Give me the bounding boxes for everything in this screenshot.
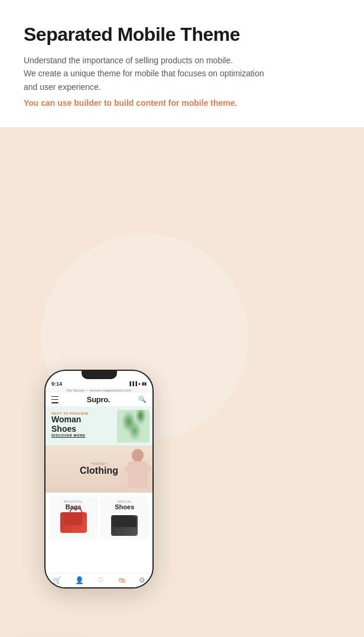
svg-rect-1 (128, 461, 148, 488)
description-line1: Understand the importance of selling pro… (24, 54, 340, 93)
highlight-text: You can use builder to build content for… (24, 97, 340, 109)
page-title: Separated Mobile Theme (24, 24, 340, 46)
menu-icon-1[interactable] (51, 396, 58, 403)
shoe-shape (113, 515, 136, 527)
svg-point-2 (124, 466, 134, 472)
user-tab-icon[interactable]: 👤 (75, 576, 84, 584)
status-bar-1: 9:14 ▐▐▐ ● ▮▮ (46, 379, 152, 388)
clothing-section-1: TRENDY Clothing (46, 445, 152, 493)
banner-image-1 (117, 410, 150, 442)
bag-tab-icon[interactable]: 🛍 (118, 576, 125, 584)
bag-image (60, 512, 87, 533)
bag-shape (64, 512, 82, 525)
phone-mockup-1: 9:14 ▐▐▐ ● ▮▮ Not Secure — themes.mageso… (44, 370, 154, 589)
clothing-person (123, 448, 152, 493)
person-silhouette-svg (123, 448, 152, 493)
logo-1: Supro. (58, 395, 138, 404)
settings-tab-icon[interactable]: ⚙ (139, 576, 145, 584)
nav-bar-1: Supro. 🔍 (46, 393, 152, 407)
leaf-pattern (117, 410, 150, 442)
svg-point-0 (132, 449, 144, 462)
search-icon-1[interactable]: 🔍 (138, 396, 147, 403)
heart-tab-icon[interactable]: ♡ (98, 576, 104, 584)
card-bags[interactable]: BEAUTIFUL Bags (49, 496, 98, 539)
shoe-image (111, 515, 138, 536)
phone-notch-1 (82, 371, 117, 379)
svg-point-3 (142, 466, 151, 472)
card-shoes[interactable]: SPECIAL Shoes (100, 496, 150, 539)
tab-bar-1: 🛒 👤 ♡ 🛍 ⚙ (46, 573, 152, 587)
banner-section-1: NEXT SS PREVIEW Woman Shoes DISCOVER MOR… (46, 407, 152, 445)
phones-area: 9:14 ▐▐▐ ● ▮▮ Not Secure — themes.mageso… (0, 127, 364, 637)
top-section: Separated Mobile Theme Understand the im… (0, 0, 364, 127)
url-bar-1: Not Secure — themes.magesolution.com (46, 388, 152, 393)
cart-tab-icon[interactable]: 🛒 (53, 576, 61, 584)
bottom-cards-1: BEAUTIFUL Bags SPECIAL Shoes (46, 493, 152, 543)
